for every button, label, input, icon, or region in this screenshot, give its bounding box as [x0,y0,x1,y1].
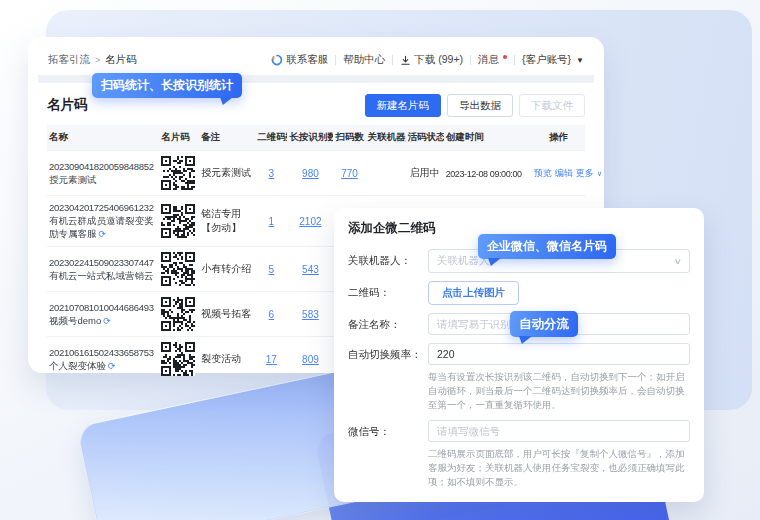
longpress-count-link[interactable]: 583 [302,309,319,320]
row-name: 授元素测试 [49,173,157,186]
preview-link[interactable]: 预览 [534,168,552,178]
auto-split-callout: 自动分流 [510,311,578,337]
customer-service-icon [271,54,283,66]
account-menu[interactable]: {客户账号} ▼ [522,53,584,67]
chevron-down-icon: ▼ [576,56,584,65]
col-qr-count: 二维码数 [255,125,287,151]
topbar-links: 联系客服 帮助中心 下载 (99+) 消息 {客户账号} ▼ [271,53,584,67]
row-remark: 视频号拓客 [201,308,251,319]
wechat-id-label: 微信号： [348,420,428,442]
qr-code-image [161,252,195,286]
download-label: 下载 (99+) [414,53,463,67]
longpress-count-link[interactable]: 809 [302,354,319,365]
row-name: 视频号demo⟳ [49,314,157,328]
frequency-help-text: 每当有设置次长按识别该二维码，自动切换到下一个；如开启自动循环，则当最后一个二维… [428,370,690,412]
edit-link[interactable]: 编辑 [555,168,573,178]
divider [392,55,393,65]
qr-count-link[interactable]: 5 [269,264,275,275]
col-qrcode: 名片码 [159,125,199,151]
qr-code-image [161,342,195,376]
messages-link[interactable]: 消息 [478,53,507,67]
messages-label: 消息 [478,53,499,67]
qrcode-label: 二维码： [348,281,428,303]
sync-icon: ⟳ [99,229,107,239]
col-status: 活码状态 [406,125,444,151]
row-created: 2023-12-08 09:00:00 [446,169,522,179]
row-remark: 小有转介绍 [201,263,251,274]
scan-count-link[interactable]: 770 [341,168,358,179]
row-id: 202304201725406961232 [49,201,157,214]
help-center-link[interactable]: 帮助中心 [343,53,385,67]
breadcrumb-current: 名片码 [105,53,137,67]
upload-image-button[interactable]: 点击上传图片 [428,281,519,305]
sync-icon: ⟳ [103,316,111,326]
more-link[interactable]: 更多 [576,168,594,178]
col-created: 创建时间 [444,125,532,151]
col-actions: 操作 [532,125,585,151]
longpress-count-link[interactable]: 543 [302,264,319,275]
qr-count-link[interactable]: 3 [269,168,275,179]
help-center-label: 帮助中心 [343,53,385,67]
table-header-row: 名称 名片码 备注 二维码数 长按识别数 扫码数 关联机器人 活码状态 创建时间… [47,125,585,151]
more-chevron-icon[interactable]: ∨ [597,169,603,178]
switch-frequency-label: 自动切换频率： [348,343,428,365]
col-scan-count: 扫码数 [333,125,365,151]
download-icon [400,55,411,66]
chevron-down-icon: ∨ [674,257,682,266]
breadcrumb: 拓客引流 > 名片码 [48,53,137,67]
auto-split-callout-text: 自动分流 [519,317,569,331]
wecom-card-callout: 企业微信、微信名片码 [478,234,616,259]
longpress-count-link[interactable]: 2102 [299,216,321,227]
divider [470,55,471,65]
row-robot [366,151,406,196]
robot-label: 关联机器人： [348,249,428,271]
row-ops: 预览编辑更多∨ [532,151,585,196]
row-remark: 铭洁专用【勿动】 [201,208,241,233]
topbar: 拓客引流 > 名片码 联系客服 帮助中心 下载 (99+) 消息 [38,47,594,73]
row-remark: 裂变活动 [201,353,241,364]
breadcrumb-parent[interactable]: 拓客引流 [48,53,90,67]
col-longpress-count: 长按识别数 [287,125,333,151]
scan-stats-callout-text: 扫码统计、长按识别统计 [101,78,233,92]
table-row: 202309041820059848852 授元素测试 授元素测试 3 980 … [47,151,585,196]
qr-count-link[interactable]: 1 [269,216,275,227]
switch-frequency-input[interactable] [428,343,690,365]
notification-dot [503,55,507,59]
wechat-help-text: 二维码展示页面底部，用户可长按『复制个人微信号』，添加客服为好友；关联机器人使用… [428,447,690,489]
qr-code-image [161,297,195,331]
qr-count-link[interactable]: 17 [266,354,277,365]
wecom-card-callout-text: 企业微信、微信名片码 [487,239,607,253]
sync-icon: ⟳ [108,361,116,371]
longpress-count-link[interactable]: 980 [302,168,319,179]
export-data-button[interactable]: 导出数据 [447,94,513,117]
row-id: 202107081010044686493 [49,301,157,314]
scan-stats-callout: 扫码统计、长按识别统计 [92,73,242,98]
account-label: {客户账号} [522,53,571,67]
wechat-id-input[interactable] [428,420,690,442]
col-robot: 关联机器人 [366,125,406,151]
download-file-button[interactable]: 下载文件 [519,94,585,117]
row-name: 有机云一站式私域营销云 [49,269,157,282]
col-remark: 备注 [199,125,255,151]
divider [514,55,515,65]
row-id: 202302241509023307447 [49,256,157,269]
divider [335,55,336,65]
row-status: 启用中 [406,151,444,196]
remark-name-label: 备注名称： [348,313,428,335]
col-name: 名称 [47,125,159,151]
download-link[interactable]: 下载 (99+) [400,53,463,67]
row-name: 个人裂变体验⟳ [49,359,157,373]
contact-service-link[interactable]: 联系客服 [271,53,328,67]
row-name: 有机云群成员邀请裂变奖励专属客服⟳ [49,214,157,241]
row-remark: 授元素测试 [201,167,251,178]
breadcrumb-separator-icon: > [95,55,100,65]
qr-code-image [161,204,195,238]
create-card-button[interactable]: 新建名片码 [365,94,442,117]
contact-service-label: 联系客服 [286,53,328,67]
row-id: 202309041820059848852 [49,160,157,173]
row-id: 202106161502433658753 [49,346,157,359]
qr-code-image [161,156,195,190]
page-title: 名片码 [47,96,88,114]
qr-count-link[interactable]: 6 [269,309,275,320]
